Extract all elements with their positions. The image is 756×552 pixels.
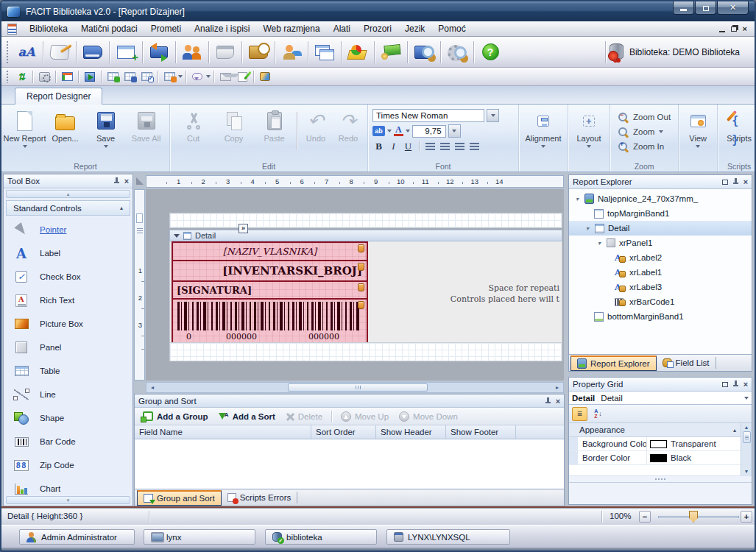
toolbox-item-zipcode[interactable]: Zip Code bbox=[4, 453, 133, 477]
panel-resize-grip[interactable] bbox=[569, 475, 752, 482]
label-inventarski-broj[interactable]: [INVENTARSKI_BROJ] bbox=[173, 261, 367, 282]
align-center-icon[interactable] bbox=[439, 140, 451, 152]
tree-item-detail[interactable]: Detail bbox=[569, 221, 752, 236]
dropdown-arrow-icon[interactable] bbox=[206, 75, 211, 78]
toolbox-item-table[interactable]: Table bbox=[4, 359, 133, 383]
top-margin-band[interactable] bbox=[169, 213, 562, 228]
toolbox-item-line[interactable]: Line bbox=[4, 383, 133, 406]
close-button[interactable]: ✕ bbox=[717, 1, 749, 15]
member-time-icon[interactable] bbox=[278, 40, 305, 65]
scripts-button[interactable]: Scripts bbox=[721, 107, 755, 143]
pin-icon[interactable] bbox=[113, 177, 120, 185]
object-selector-combo[interactable]: Detail Detail bbox=[569, 392, 752, 405]
redo-button[interactable]: Redo bbox=[332, 107, 364, 143]
close-icon[interactable] bbox=[556, 397, 560, 405]
zoom-button[interactable]: Zoom bbox=[615, 124, 674, 139]
form-card-icon[interactable] bbox=[59, 70, 75, 84]
save-button[interactable]: Save bbox=[85, 107, 126, 148]
highlight-color-icon[interactable] bbox=[372, 126, 385, 136]
toolbox-item-richtext[interactable]: Rich Text bbox=[4, 289, 133, 312]
new-report-button[interactable]: New Report bbox=[4, 107, 45, 148]
toolbox-item-label[interactable]: Label bbox=[4, 241, 133, 265]
zoom-minus-button[interactable]: − bbox=[639, 511, 651, 523]
add-group-button[interactable]: Add a Group bbox=[138, 410, 213, 422]
scroll-up-icon[interactable]: ▲ bbox=[744, 425, 749, 430]
underline-button[interactable]: U bbox=[402, 140, 414, 152]
menu-prozori[interactable]: Prozori bbox=[357, 22, 398, 35]
detail-band-content[interactable]: [NAZIV_VLASNIKA] [INVENTARSKI_BROJ] [SIG… bbox=[169, 241, 562, 344]
toolbox-item-chart[interactable]: Chart bbox=[4, 477, 133, 495]
maximize-button[interactable] bbox=[695, 1, 716, 15]
font-color-icon[interactable] bbox=[394, 126, 403, 136]
align-right-icon[interactable] bbox=[453, 140, 466, 152]
xr-panel[interactable]: [NAZIV_VLASNIKA] [INVENTARSKI_BROJ] [SIG… bbox=[172, 241, 368, 344]
zoom-plus-button[interactable]: + bbox=[741, 511, 752, 523]
maximize-panel-icon[interactable] bbox=[722, 382, 728, 387]
vertical-scrollbar[interactable]: ▲ ▼ bbox=[741, 423, 752, 475]
scroll-right-icon[interactable]: ▸ bbox=[552, 383, 562, 392]
scrollbar-thumb[interactable] bbox=[743, 431, 751, 443]
report-canvas[interactable]: Detail [NAZIV_VLASNIKA] [INVENTARSKI_BRO… bbox=[146, 189, 564, 381]
zoom-slider-track[interactable] bbox=[658, 516, 739, 518]
sync-icon[interactable] bbox=[13, 70, 29, 84]
column-sort-order[interactable]: Sort Order bbox=[311, 425, 376, 439]
menu-pomoc[interactable]: Pomoć bbox=[431, 22, 472, 35]
align-justify-icon[interactable] bbox=[468, 140, 481, 152]
paste-button[interactable]: Paste bbox=[254, 107, 294, 143]
members-exchange-icon[interactable] bbox=[178, 40, 206, 65]
layout-button[interactable]: Layout bbox=[571, 107, 607, 148]
copy-button[interactable]: Copy bbox=[213, 107, 254, 143]
close-icon[interactable] bbox=[743, 381, 748, 388]
note-edit-icon[interactable] bbox=[234, 70, 250, 84]
tree-item-xrlabel1[interactable]: xrLabel1 bbox=[569, 265, 752, 280]
chevron-down-icon[interactable] bbox=[573, 196, 581, 202]
toolbox-scroll-down[interactable]: ▾ bbox=[6, 496, 130, 504]
menu-jezik[interactable]: Jezik bbox=[398, 22, 431, 35]
page-strip[interactable] bbox=[169, 342, 562, 361]
mdi-close-icon[interactable]: × bbox=[743, 24, 747, 33]
books-exchange-icon[interactable] bbox=[145, 40, 173, 65]
tree-item-top-margin-band[interactable]: topMarginBand1 bbox=[569, 206, 752, 221]
mdi-minimize-icon[interactable] bbox=[719, 31, 725, 32]
catalog-search-icon[interactable] bbox=[410, 40, 438, 65]
overdue-clock-icon[interactable] bbox=[244, 40, 272, 65]
highlight-dropdown[interactable] bbox=[387, 130, 392, 132]
move-down-button[interactable]: Move Down bbox=[395, 410, 462, 423]
statistics-chart-icon[interactable] bbox=[344, 40, 372, 65]
table-refresh-icon[interactable] bbox=[105, 70, 121, 84]
font-color-dropdown[interactable] bbox=[406, 130, 410, 132]
menu-prometi[interactable]: Prometi bbox=[144, 22, 188, 35]
member-add-icon[interactable] bbox=[112, 40, 140, 65]
help-icon[interactable] bbox=[476, 40, 504, 65]
close-icon[interactable] bbox=[124, 177, 129, 185]
detail-band-header[interactable]: Detail bbox=[169, 230, 562, 241]
toolbox-section-standard-controls[interactable]: Standard Controls▴ bbox=[6, 200, 130, 216]
finance-money-icon[interactable] bbox=[377, 40, 405, 65]
maximize-panel-icon[interactable] bbox=[722, 180, 728, 185]
tab-report-explorer[interactable]: Report Explorer bbox=[570, 355, 657, 371]
menu-biblioteka[interactable]: Biblioteka bbox=[23, 22, 74, 35]
toolbox-item-panel[interactable]: Panel bbox=[4, 336, 133, 359]
delete-button[interactable]: Delete bbox=[281, 411, 327, 422]
tab-report-designer[interactable]: Report Designer bbox=[15, 88, 102, 105]
column-show-header[interactable]: Show Header bbox=[376, 425, 446, 439]
font-size-input[interactable]: 9,75 bbox=[412, 125, 446, 138]
toolbox-item-picturebox[interactable]: Picture Box bbox=[4, 312, 133, 336]
italic-button[interactable]: I bbox=[387, 140, 400, 152]
minimize-button[interactable] bbox=[673, 1, 694, 15]
alphabetical-sort-button[interactable]: AZ bbox=[590, 407, 606, 421]
catalog-book-icon[interactable] bbox=[79, 40, 107, 65]
label-signatura[interactable]: [SIGNATURA] bbox=[173, 282, 367, 300]
toolbox-item-pointer[interactable]: Pointer bbox=[4, 218, 133, 241]
dropdown-arrow-icon[interactable] bbox=[178, 75, 183, 78]
pin-icon[interactable] bbox=[732, 178, 739, 185]
signature-scroll-icon[interactable] bbox=[46, 40, 74, 65]
toolbox-item-shape[interactable]: Shape bbox=[4, 406, 133, 430]
combo-dropdown-icon[interactable] bbox=[744, 397, 749, 400]
chevron-down-icon[interactable] bbox=[596, 240, 603, 247]
comment-bubble-icon[interactable] bbox=[189, 70, 205, 84]
categorized-view-button[interactable] bbox=[572, 407, 587, 421]
zoom-in-button[interactable]: Zoom In bbox=[615, 139, 674, 154]
scrollbar-thumb[interactable] bbox=[288, 383, 428, 392]
mail-icon[interactable] bbox=[217, 70, 233, 84]
